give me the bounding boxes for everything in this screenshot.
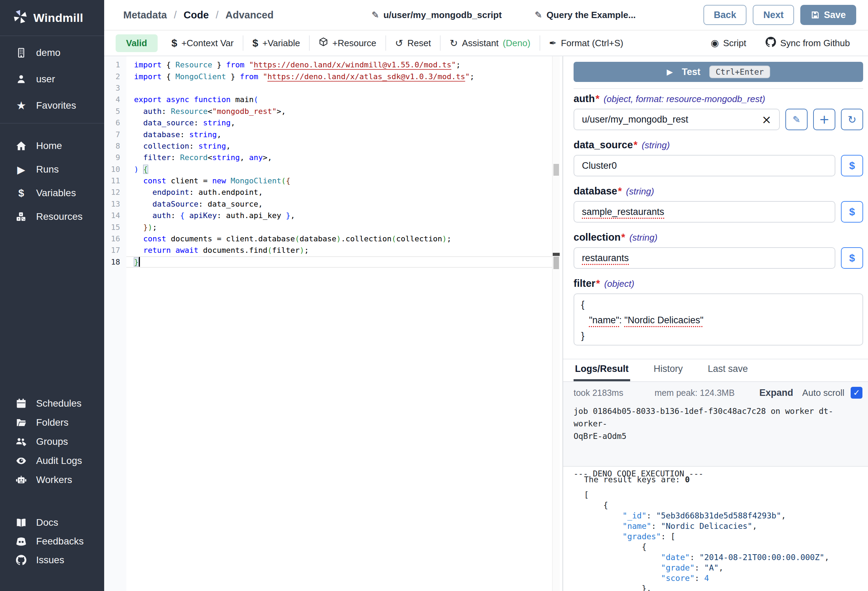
line-number: 17 — [104, 246, 126, 254]
result-intro: The result keys are: 0 — [584, 475, 858, 484]
building-icon — [15, 47, 28, 58]
refresh-resource-button[interactable]: ↻ — [841, 109, 863, 130]
insert-variable-button[interactable]: $ — [841, 155, 863, 176]
collection-input[interactable]: restaurants — [574, 247, 836, 269]
code-line[interactable]: 7 database: string, — [104, 129, 552, 140]
sidebar-item-audit-logs[interactable]: Audit Logs — [0, 451, 104, 470]
book-icon — [15, 517, 28, 528]
scrollbar-thumb[interactable] — [554, 257, 559, 269]
database-input[interactable]: sample_restaurants — [574, 201, 836, 223]
-variable-button[interactable]: $+Variable — [244, 37, 309, 49]
code-line[interactable]: 14 auth: { apiKey: auth.api_key }, — [104, 210, 552, 221]
code-line[interactable]: 9 filter: Record<string, any>, — [104, 152, 552, 163]
code-line[interactable]: 3 — [104, 82, 552, 94]
tab-last-save[interactable]: Last save — [707, 359, 750, 381]
duration-stat: took 2183ms — [574, 388, 623, 398]
code-line[interactable]: 1import { Resource } from "https://deno.… — [104, 59, 552, 71]
sidebar-item-resources[interactable]: Resources — [0, 205, 104, 229]
code-line[interactable]: 2import { MongoClient } from "https://de… — [104, 71, 552, 82]
autoscroll-checkbox[interactable]: ✓ — [851, 387, 862, 399]
script-button[interactable]: ◉Script — [711, 37, 746, 49]
editor-scrollbar[interactable] — [552, 56, 560, 591]
format-ctrl-s--button[interactable]: ✒Format (Ctrl+S) — [540, 38, 633, 49]
toolbar-button-label: Reset — [407, 38, 431, 49]
toolbar-button-label: Format (Ctrl+S) — [561, 38, 623, 49]
tab-metadata[interactable]: Metadata — [123, 9, 167, 21]
sidebar-item-docs[interactable]: Docs — [0, 513, 104, 532]
code-line[interactable]: 17 return await documents.find(filter); — [104, 244, 552, 256]
code-line[interactable]: 10) { — [104, 164, 552, 175]
topbar-buttons: Back Next Save — [703, 5, 856, 25]
edit-resource-button[interactable]: ✎ — [785, 109, 807, 130]
sidebar-nav-group: Home▶Runs$VariablesResources — [0, 134, 104, 229]
next-button[interactable]: Next — [753, 5, 794, 25]
sidebar-item-label: Workers — [36, 474, 72, 485]
code-line[interactable]: 11 const client = new MongoClient({ — [104, 175, 552, 186]
line-number: 7 — [104, 130, 126, 139]
assistant-button[interactable]: ↻Assistant (Deno) — [441, 37, 539, 49]
result-json-line: "_id": "5eb3d668b31de5d588f4293b", — [584, 510, 858, 521]
result-key-count: 0 — [685, 475, 690, 484]
code-line[interactable]: 6 data_source: string, — [104, 117, 552, 129]
sidebar-item-folders[interactable]: Folders — [0, 413, 104, 432]
result-json-line: { — [584, 500, 858, 510]
sidebar-item-feedbacks[interactable]: Feedbacks — [0, 532, 104, 551]
sidebar-item-schedules[interactable]: Schedules — [0, 394, 104, 413]
sync-from-github-button[interactable]: Sync from Github — [766, 37, 850, 50]
code-line[interactable]: 16 const documents = client.database(dat… — [104, 233, 552, 244]
clear-icon[interactable]: × — [762, 114, 772, 126]
tab-history[interactable]: History — [652, 359, 684, 381]
sidebar-item-variables[interactable]: $Variables — [0, 181, 104, 205]
sidebar-item-user[interactable]: user — [0, 66, 104, 92]
sidebar-item-demo[interactable]: demo — [0, 40, 104, 66]
test-button[interactable]: ▶ Test Ctrl+Enter — [574, 62, 863, 82]
code-line[interactable]: 5 auth: Resource<"mongodb_rest">, — [104, 106, 552, 117]
code-line[interactable]: 12 endpoint: auth.endpoint, — [104, 186, 552, 198]
sidebar-item-issues[interactable]: Issues — [0, 551, 104, 569]
package-icon — [319, 37, 328, 49]
insert-variable-button[interactable]: $ — [841, 247, 863, 269]
expand-button[interactable]: Expand — [759, 387, 793, 398]
auth-input[interactable]: u/user/my_mongodb_rest× — [574, 109, 780, 130]
reset-button[interactable]: ↺Reset — [386, 37, 440, 49]
script-path[interactable]: ✎ u/user/my_mongodb_script — [372, 10, 502, 21]
required-asterisk: * — [618, 185, 622, 197]
topbar: Metadata/Code/Advanced ✎ u/user/my_mongo… — [104, 0, 868, 31]
code-line-content: database: string, — [126, 129, 552, 140]
code-line[interactable]: 13 dataSource: data_source, — [104, 198, 552, 210]
data-source-input[interactable]: Cluster0 — [574, 155, 836, 176]
line-number: 10 — [104, 165, 126, 174]
sidebar-item-label: demo — [36, 47, 61, 58]
sidebar-item-runs[interactable]: ▶Runs — [0, 158, 104, 181]
line-number: 11 — [104, 176, 126, 185]
sidebar-item-home[interactable]: Home — [0, 134, 104, 158]
sidebar-item-groups[interactable]: Groups — [0, 432, 104, 451]
input-value: sample_restaurants — [582, 207, 664, 217]
code-line-content: auth: Resource<"mongodb_rest">, — [126, 106, 552, 117]
insert-variable-button[interactable]: $ — [841, 201, 863, 223]
-resource-button[interactable]: +Resource — [310, 37, 385, 49]
tab-code[interactable]: Code — [184, 9, 209, 21]
code-line[interactable]: 8 collection: string, — [104, 140, 552, 152]
-context-var-button[interactable]: $+Context Var — [162, 37, 243, 49]
add-resource-button[interactable]: + — [813, 109, 836, 130]
user-icon — [15, 74, 28, 84]
script-path-label: u/user/my_mongodb_script — [383, 10, 502, 21]
filter-json-editor[interactable]: { "name": "Nordic Delicacies" } — [574, 293, 863, 346]
sidebar-item-favorites[interactable]: ★Favorites — [0, 92, 104, 119]
field-name: auth — [574, 93, 595, 105]
code-line[interactable]: 4export async function main( — [104, 94, 552, 105]
code-line[interactable]: 18} — [104, 256, 552, 268]
back-button[interactable]: Back — [703, 5, 747, 25]
code-line-content: import { MongoClient } from "https://den… — [126, 71, 552, 82]
result-json-line: }, — [584, 584, 858, 591]
logo[interactable]: Windmill — [0, 0, 104, 36]
code-line-content: collection: string, — [126, 140, 552, 152]
script-summary[interactable]: ✎ Query the Example... — [535, 10, 636, 21]
tab-advanced[interactable]: Advanced — [225, 9, 274, 21]
tab-logs-result[interactable]: Logs/Result — [574, 359, 630, 381]
sidebar-workspace-group: demouser★Favorites — [0, 40, 104, 119]
code-line[interactable]: 15 }); — [104, 221, 552, 233]
sidebar-item-workers[interactable]: Workers — [0, 470, 104, 489]
save-button[interactable]: Save — [800, 5, 856, 25]
